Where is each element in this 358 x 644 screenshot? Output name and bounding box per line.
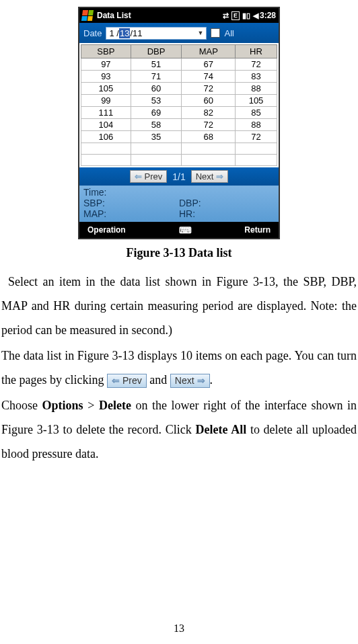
table-row[interactable]: 97516772 — [81, 58, 277, 71]
data-table: SBP DBP MAP HR 9751677293717483105607288… — [81, 44, 277, 166]
col-sbp[interactable]: SBP — [81, 45, 131, 58]
table-row[interactable]: 105607288 — [81, 83, 277, 95]
detail-sbp: SBP: — [83, 198, 179, 208]
table-row — [81, 143, 277, 155]
detail-hr: HR: — [179, 208, 275, 219]
next-button[interactable]: Next⇒ — [191, 170, 229, 183]
network-e-icon: E — [231, 11, 240, 20]
bottom-bar: Operation ⌨ Return — [79, 222, 279, 238]
detail-dbp: DBP: — [179, 198, 275, 208]
sync-icon: ⇄ — [223, 11, 229, 20]
date-label: Date — [83, 28, 102, 38]
detail-map: MAP: — [83, 208, 179, 219]
clock: 3:28 — [260, 11, 276, 20]
detail-panel: Time: SBP: DBP: MAP: HR: — [79, 186, 279, 222]
all-label: All — [224, 28, 234, 38]
page-info: 1/1 — [172, 171, 185, 182]
table-row[interactable]: 995360105 — [81, 95, 277, 107]
arrow-right-icon: ⇒ — [216, 171, 223, 182]
volume-icon: ◀ — [253, 11, 258, 20]
date-picker[interactable]: 1 /13/11 ▼ — [106, 27, 207, 40]
all-checkbox[interactable] — [211, 28, 220, 38]
arrow-left-icon: ⇐ — [112, 375, 120, 387]
table-row — [81, 155, 277, 166]
prev-button[interactable]: ⇐Prev — [130, 170, 168, 183]
date-bar: Date 1 /13/11 ▼ All — [79, 23, 279, 43]
chevron-down-icon[interactable]: ▼ — [194, 30, 204, 36]
table-row[interactable]: 106356872 — [81, 131, 277, 143]
table-row[interactable]: 111698285 — [81, 107, 277, 119]
arrow-right-icon: ⇒ — [197, 375, 205, 387]
signal-icon: ▮▯ — [242, 11, 250, 20]
table-row[interactable]: 104587288 — [81, 119, 277, 131]
data-table-wrap: SBP DBP MAP HR 9751677293717483105607288… — [79, 43, 279, 167]
pager: ⇐Prev 1/1 Next⇒ — [79, 167, 279, 186]
keyboard-icon[interactable]: ⌨ — [179, 225, 191, 235]
return-button[interactable]: Return — [244, 225, 271, 235]
inline-next-button: Next⇒ — [170, 374, 210, 388]
app-title: Data List — [97, 11, 131, 20]
start-icon[interactable] — [81, 10, 94, 21]
arrow-left-icon: ⇐ — [135, 171, 142, 182]
col-map[interactable]: MAP — [182, 45, 236, 58]
col-dbp[interactable]: DBP — [131, 45, 182, 58]
page-number: 13 — [0, 622, 358, 635]
operation-button[interactable]: Operation — [87, 225, 126, 235]
device-screenshot: Data List ⇄ E ▮▯ ◀ 3:28 Date 1 /13/11 ▼ … — [78, 7, 280, 239]
col-hr[interactable]: HR — [236, 45, 277, 58]
inline-prev-button: ⇐Prev — [107, 374, 147, 388]
detail-time: Time: — [83, 187, 275, 198]
figure-caption: Figure 3-13 Data list — [0, 246, 358, 260]
table-row[interactable]: 93717483 — [81, 71, 277, 83]
body-text: Select an item in the data list shown in… — [0, 270, 358, 466]
status-bar: Data List ⇄ E ▮▯ ◀ 3:28 — [79, 8, 279, 23]
